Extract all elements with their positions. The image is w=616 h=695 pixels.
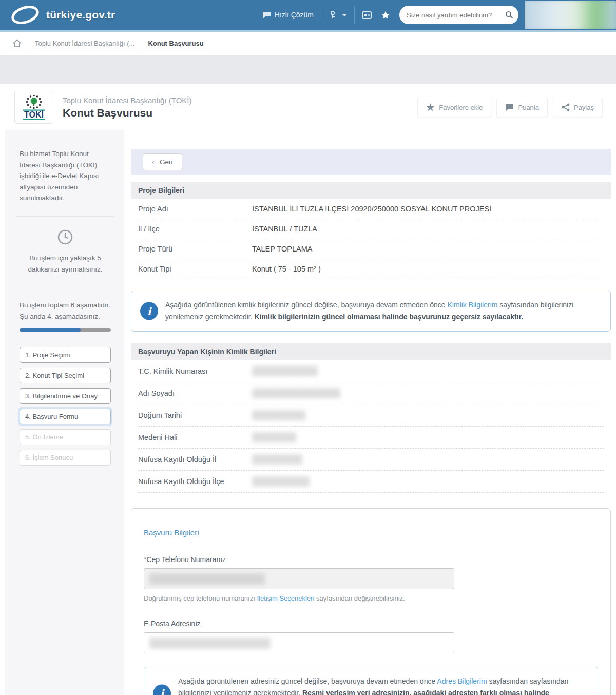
row-label: İl / İlçe xyxy=(138,225,252,233)
share-icon xyxy=(562,103,570,111)
identity-info-table: T.C. Kimlik Numarası Adı Soyadı Doğum Ta… xyxy=(131,360,611,493)
rate-button[interactable]: Puanla xyxy=(496,98,547,117)
table-row: İl / İlçe İSTANBUL / TUZLA xyxy=(138,219,604,239)
site-search xyxy=(399,6,518,24)
row-label: Konut Tipi xyxy=(138,265,252,273)
redacted-value xyxy=(252,432,296,442)
add-favorites-button[interactable]: Favorilere ekle xyxy=(417,98,491,117)
back-label: Geri xyxy=(160,158,173,166)
breadcrumb: Toplu Konut İdaresi Başkanlığı (... Konu… xyxy=(0,32,616,55)
progress-fill xyxy=(20,328,81,332)
divider xyxy=(16,216,114,217)
quick-solution-button[interactable]: Hızlı Çözüm xyxy=(255,0,321,30)
id-card-icon xyxy=(362,11,372,19)
key-icon xyxy=(329,11,337,19)
user-name-redacted[interactable] xyxy=(525,1,616,29)
table-row: Adı Soyadı xyxy=(138,382,604,404)
duration-note: Bu işlem için yaklaşık 5 dakikanızı ayır… xyxy=(20,253,111,275)
sidebar: Bu hizmet Toplu Konut İdaresi Başkanlığı… xyxy=(5,130,124,695)
search-icon[interactable] xyxy=(505,11,513,19)
identity-info-alert: i Aşağıda görüntülenen kimlik bilgilerin… xyxy=(131,291,611,332)
table-row: Doğum Tarihi xyxy=(138,404,604,427)
row-value: TALEP TOPLAMA xyxy=(252,245,312,253)
quick-solution-label: Hızlı Çözüm xyxy=(275,11,314,19)
site-header: türkiye.gov.tr Hızlı Çözüm xyxy=(0,0,616,32)
section-header-proje-bilgileri: Proje Bilgileri xyxy=(131,182,611,199)
row-value: Konut ( 75 - 105 m² ) xyxy=(252,265,321,273)
row-label: Nüfusa Kayıtlı Olduğu İl xyxy=(138,455,252,464)
help-text: Doğrulanmış cep telefonu numaranızı xyxy=(144,594,257,602)
step-3-bilgilendirme-ve-onay[interactable]: 3. Bilgilendirme ve Onay xyxy=(20,388,111,404)
row-label: Proje Adı xyxy=(138,205,252,213)
key-menu-button[interactable] xyxy=(321,0,354,30)
table-row: Proje Türü TALEP TOPLAMA xyxy=(138,239,604,259)
brand-text: türkiye.gov.tr xyxy=(46,9,115,21)
email-input[interactable] xyxy=(144,632,454,653)
row-label: Medeni Hali xyxy=(138,433,252,441)
step-2-konut-tipi-secimi[interactable]: 2. Konut Tipi Seçimi xyxy=(20,368,111,383)
table-row: T.C. Kimlik Numarası xyxy=(138,360,604,382)
breadcrumb-item-agency[interactable]: Toplu Konut İdaresi Başkanlığı (... xyxy=(35,40,134,47)
adres-bilgilerim-link[interactable]: Adres Bilgilerim xyxy=(437,677,487,685)
chat-bubble-icon xyxy=(262,11,271,19)
step-1-proje-secimi[interactable]: 1. Proje Seçimi xyxy=(20,347,111,363)
id-card-button[interactable] xyxy=(355,0,379,30)
table-row: Nüfusa Kayıtlı Olduğu İl xyxy=(138,449,604,471)
table-row: Proje Adı İSTANBUL İLİ TUZLA İLÇESİ 2092… xyxy=(138,199,604,219)
row-label: T.C. Kimlik Numarası xyxy=(138,367,252,375)
back-button[interactable]: ‹ Geri xyxy=(143,153,182,170)
comment-icon xyxy=(505,104,514,111)
row-value: İSTANBUL İLİ TUZLA İLÇESİ 20920/250000 S… xyxy=(252,205,491,213)
search-input[interactable] xyxy=(407,11,505,19)
redacted-value xyxy=(149,638,271,649)
phone-input[interactable] xyxy=(144,568,454,589)
breadcrumb-item-current: Konut Başvurusu xyxy=(148,40,203,47)
kimlik-bilgilerim-link[interactable]: Kimlik Bilgilerim xyxy=(447,301,497,309)
svg-text:TOKİ: TOKİ xyxy=(24,110,44,119)
edevlet-ellipse-icon xyxy=(9,3,41,27)
alert-text: Aşağıda görüntülenen adresiniz güncel de… xyxy=(178,677,437,685)
step-4-basvuru-formu[interactable]: 4. Başvuru Formu xyxy=(20,409,111,424)
turkiye-gov-logo[interactable]: türkiye.gov.tr xyxy=(9,3,115,27)
progress-note: Bu işlem toplam 6 aşamalıdır. Şu anda 4.… xyxy=(20,300,111,322)
alert-bold-text: Kimlik bilgilerinizin güncel olmaması ha… xyxy=(255,313,524,321)
toki-logo: TOKİ xyxy=(14,91,53,124)
phone-help-text: Doğrulanmış cep telefonu numaranızı İlet… xyxy=(144,594,598,602)
star-icon xyxy=(426,103,435,111)
section-header-kimlik-bilgileri: Başvuruyu Yapan Kişinin Kimlik Bilgileri xyxy=(131,343,611,360)
tree-trunk xyxy=(33,103,34,106)
table-row: Konut Tipi Konut ( 75 - 105 m² ) xyxy=(138,259,604,279)
rate-label: Puanla xyxy=(518,104,538,111)
redacted-value xyxy=(252,366,318,376)
back-strip: ‹ Geri xyxy=(131,149,611,175)
chevron-left-icon: ‹ xyxy=(152,158,155,166)
email-field-label: E-Posta Adresiniz xyxy=(144,620,598,628)
row-label: Proje Türü xyxy=(138,245,252,253)
iletisim-secenekleri-link[interactable]: İletişim Seçenekleri xyxy=(257,594,314,602)
row-label: Nüfusa Kayıtlı Olduğu İlçe xyxy=(138,477,252,486)
project-info-table: Proje Adı İSTANBUL İLİ TUZLA İLÇESİ 2092… xyxy=(131,199,611,279)
service-header: TOKİ Toplu Konut İdaresi Başkanlığı (TOK… xyxy=(0,84,616,130)
redacted-value xyxy=(252,410,305,420)
redacted-value xyxy=(252,476,310,487)
add-favorites-label: Favorilere ekle xyxy=(439,104,483,111)
share-label: Paylaş xyxy=(574,104,594,111)
table-row: Medeni Hali xyxy=(138,427,604,449)
progress-bar xyxy=(20,328,111,332)
clock-icon xyxy=(57,229,73,245)
chevron-down-icon xyxy=(342,14,347,16)
main-content: ‹ Geri Proje Bilgileri Proje Adı İSTANBU… xyxy=(124,130,616,695)
favorites-star-button[interactable] xyxy=(379,0,397,30)
redacted-value xyxy=(252,454,302,465)
spacer-strip xyxy=(0,55,616,84)
share-button[interactable]: Paylaş xyxy=(553,98,603,117)
info-icon: i xyxy=(153,684,171,695)
table-row: Nüfusa Kayıtlı Olduğu İlçe xyxy=(138,471,604,493)
redacted-value xyxy=(149,573,265,585)
home-icon[interactable] xyxy=(12,39,22,48)
step-6-islem-sonucu: 6. İşlem Sonucu xyxy=(20,450,111,466)
service-agency: Toplu Konut İdaresi Başkanlığı (TOKİ) xyxy=(63,96,192,105)
phone-field-label: *Cep Telefonu Numaranız xyxy=(144,555,598,564)
star-icon xyxy=(381,11,390,20)
row-value: İSTANBUL / TUZLA xyxy=(252,225,317,233)
